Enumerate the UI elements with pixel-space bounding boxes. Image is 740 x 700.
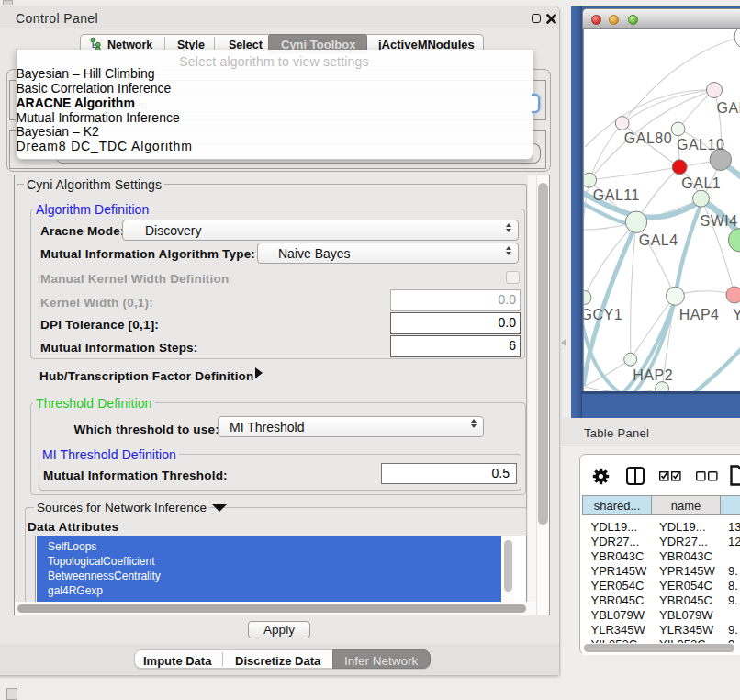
svg-text:GAL10: GAL10 bbox=[677, 137, 724, 152]
svg-text:Y: Y bbox=[733, 307, 740, 322]
svg-text:GCY1: GCY1 bbox=[584, 307, 622, 322]
svg-text:GAL11: GAL11 bbox=[593, 187, 640, 203]
svg-text:GAL4: GAL4 bbox=[639, 232, 678, 248]
svg-text:GAL7: GAL7 bbox=[717, 100, 740, 116]
svg-text:SWI4: SWI4 bbox=[701, 213, 738, 229]
svg-text:HAP4: HAP4 bbox=[679, 307, 720, 322]
svg-text:GAL1: GAL1 bbox=[681, 175, 721, 191]
svg-text:GAL80: GAL80 bbox=[624, 130, 672, 146]
svg-text:HAP2: HAP2 bbox=[633, 367, 673, 383]
